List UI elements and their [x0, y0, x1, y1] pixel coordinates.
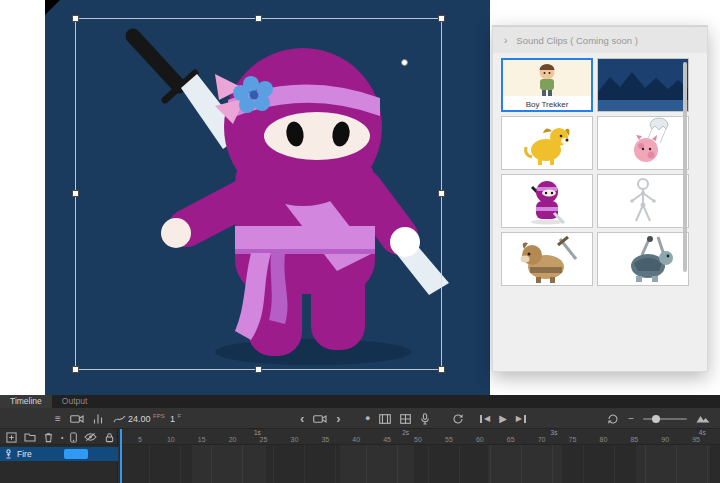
- add-track-icon[interactable]: [6, 432, 17, 443]
- fit-view-icon[interactable]: [696, 414, 710, 423]
- timeline-ruler[interactable]: 51015202530354045505560657075808590951s2…: [118, 429, 720, 445]
- track-tools: •: [0, 429, 118, 445]
- ruler-second-label: 1s: [254, 429, 261, 436]
- ruler-frame-label: 20: [229, 436, 237, 443]
- device-icon[interactable]: [70, 432, 77, 443]
- ruler-frame-label: 90: [661, 436, 669, 443]
- reset-zoom-icon[interactable]: [607, 413, 619, 425]
- selection-handle[interactable]: [438, 15, 445, 22]
- playhead[interactable]: [120, 429, 122, 483]
- canvas-stage[interactable]: [45, 0, 490, 395]
- boy-trekker-thumbnail-image: [503, 60, 591, 96]
- frame-value: 1: [170, 414, 175, 424]
- ruler-frame-label: 40: [352, 436, 360, 443]
- next-icon[interactable]: ›: [336, 412, 340, 425]
- lock-icon[interactable]: [104, 432, 115, 443]
- layers-icon[interactable]: ≡: [55, 414, 61, 424]
- zoom-slider[interactable]: [643, 418, 687, 420]
- bar-chart-icon[interactable]: [93, 413, 104, 424]
- selection-handle[interactable]: [72, 190, 79, 197]
- loop-group: [452, 408, 464, 429]
- ruler-frame-label: 70: [538, 436, 546, 443]
- thumb-pink-pig-parachute[interactable]: [597, 116, 689, 170]
- selection-handle[interactable]: [438, 190, 445, 197]
- loop-icon[interactable]: [452, 413, 464, 425]
- thumb-mountain-scene[interactable]: [597, 58, 689, 112]
- yellow-dog-thumbnail-image: [502, 117, 592, 169]
- selection-handle[interactable]: [72, 15, 79, 22]
- ruler-frame-label: 10: [167, 436, 175, 443]
- section-sound-clips[interactable]: › Sound Clips ( Coming soon ): [493, 26, 707, 53]
- tab-timeline[interactable]: Timeline: [0, 395, 52, 408]
- ruler-frame-label: 95: [692, 436, 700, 443]
- curve-icon[interactable]: [113, 414, 126, 424]
- snapshot-camera-icon[interactable]: [313, 414, 327, 424]
- track-header-column: Fire: [0, 445, 118, 483]
- purple-ninja-thumbnail-image: [502, 175, 592, 227]
- ruler-frame-label: 75: [569, 436, 577, 443]
- ruler-second-label: 2s: [402, 429, 409, 436]
- fps-unit: FPS: [153, 413, 165, 419]
- film-icon[interactable]: [379, 414, 391, 424]
- puppet-icon: [4, 449, 13, 459]
- mountain-scene-thumbnail-image: [598, 59, 688, 111]
- grid-icon[interactable]: [400, 414, 411, 424]
- timeline-panel: Timeline Output ≡ 24.00 FPS 1 F ‹: [0, 395, 720, 483]
- play-icon[interactable]: ▶: [499, 414, 507, 424]
- thumb-armored-dog[interactable]: [501, 232, 593, 286]
- microphone-icon[interactable]: [420, 413, 430, 425]
- ruler-frame-label: 80: [599, 436, 607, 443]
- ruler-frame-label: 35: [321, 436, 329, 443]
- selection-handle[interactable]: [255, 366, 262, 373]
- track-lane[interactable]: [118, 445, 720, 483]
- ruler-frame-label: 65: [507, 436, 515, 443]
- go-to-end-icon[interactable]: ▶: [516, 415, 526, 423]
- frame-display: 1 F: [170, 408, 181, 429]
- ruler-frame-label: 25: [260, 436, 268, 443]
- thumb-skeleton-mannequin[interactable]: [597, 174, 689, 228]
- ruler-frame-label: 45: [383, 436, 391, 443]
- camera-icon[interactable]: [70, 414, 84, 424]
- thumb-turtle-warrior[interactable]: [597, 232, 689, 286]
- turtle-warrior-thumbnail-image: [598, 233, 688, 285]
- thumb-purple-ninja[interactable]: [501, 174, 593, 228]
- anchor-point[interactable]: [401, 59, 408, 66]
- timeline-toolbar: ≡ 24.00 FPS 1 F ‹ › ●: [0, 408, 720, 429]
- group-folder-icon[interactable]: [24, 432, 36, 442]
- thumb-boy-trekker[interactable]: Boy Trekker: [501, 58, 593, 112]
- playback-group: ◀ ▶ ▶: [480, 408, 526, 429]
- ruler-frame-label: 15: [198, 436, 206, 443]
- hide-eye-icon[interactable]: [84, 432, 97, 442]
- marker-dot-icon[interactable]: •: [61, 434, 63, 441]
- zoom-slider-handle[interactable]: [652, 415, 660, 423]
- track-row-fire[interactable]: Fire: [0, 447, 118, 461]
- selection-box[interactable]: [75, 18, 442, 370]
- selection-handle[interactable]: [438, 366, 445, 373]
- ruler-frame-label: 50: [414, 436, 422, 443]
- thumb-yellow-dog[interactable]: [501, 116, 593, 170]
- fps-value: 24.00: [128, 414, 151, 424]
- trash-icon[interactable]: [43, 432, 54, 443]
- prev-icon[interactable]: ‹: [300, 412, 304, 425]
- go-to-start-icon[interactable]: ◀: [480, 415, 490, 423]
- ruler-frame-label: 30: [290, 436, 298, 443]
- fire-clip-bar[interactable]: [64, 449, 88, 459]
- record-group: ●: [365, 408, 430, 429]
- ruler-second-label: 4s: [699, 429, 706, 436]
- record-icon[interactable]: ●: [365, 414, 370, 423]
- ruler-frame-label: 60: [476, 436, 484, 443]
- tab-output[interactable]: Output: [52, 395, 98, 408]
- zoom-group: −: [607, 408, 710, 429]
- track-name: Fire: [17, 449, 32, 459]
- timeline-mid-row: • 51015202530354045505560657075808590951…: [0, 429, 720, 445]
- toolbar-left-group: ≡: [55, 408, 126, 429]
- selection-handle[interactable]: [72, 366, 79, 373]
- timeline-tracks: Fire: [0, 445, 720, 483]
- ruler-frame-label: 85: [630, 436, 638, 443]
- selection-handle[interactable]: [255, 15, 262, 22]
- frame-unit: F: [178, 413, 182, 419]
- library-scrollbar[interactable]: [683, 62, 687, 272]
- zoom-out-icon[interactable]: −: [628, 414, 634, 424]
- pink-pig-thumbnail-image: [598, 117, 688, 169]
- section-label: Sound Clips ( Coming soon ): [516, 35, 637, 46]
